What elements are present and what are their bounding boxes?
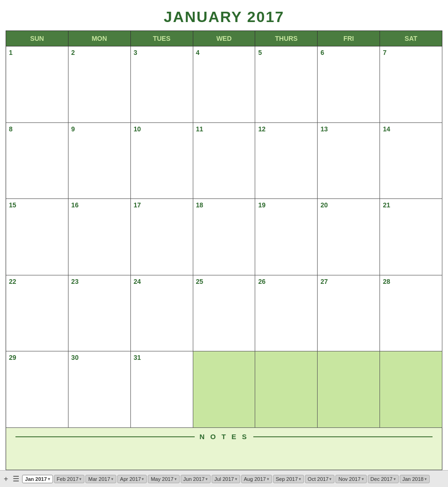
calendar-rows: 1234567891011121314151617181920212223242…: [6, 46, 442, 428]
tab-dropdown-arrow: ▾: [111, 477, 114, 481]
calendar-cell[interactable]: 26: [255, 275, 318, 352]
date-number: 20: [320, 201, 328, 209]
calendar-cell[interactable]: 9: [68, 123, 131, 199]
date-number: 1: [9, 49, 13, 56]
calendar-cell[interactable]: [318, 351, 380, 428]
calendar-cell[interactable]: 24: [131, 275, 193, 352]
tab-nov-2017[interactable]: Nov 2017▾: [335, 475, 366, 483]
menu-button[interactable]: ☰: [11, 473, 21, 484]
date-number: 11: [196, 125, 204, 133]
week-row-3: 15161718192021: [6, 199, 442, 275]
calendar-wrapper: JANUARY 2017 SUNMONTUESWEDTHURSFRISAT 12…: [0, 0, 448, 470]
calendar-cell[interactable]: 2: [68, 46, 131, 123]
calendar-cell[interactable]: 29: [6, 351, 68, 428]
week-row-1: 1234567: [6, 46, 442, 123]
tab-dropdown-arrow: ▾: [329, 477, 332, 481]
date-number: 7: [383, 49, 387, 56]
tab-jan-2017[interactable]: Jan 2017▾: [22, 475, 53, 483]
calendar-cell[interactable]: 14: [380, 123, 442, 199]
date-number: 31: [134, 354, 141, 361]
tab-dropdown-arrow: ▾: [425, 477, 427, 481]
date-number: 2: [71, 49, 75, 56]
calendar-cell[interactable]: 16: [68, 199, 131, 275]
notes-title-row: N O T E S: [15, 433, 433, 441]
tab-label: May 2017: [151, 476, 173, 482]
calendar-cell[interactable]: 7: [380, 46, 442, 123]
notes-label: N O T E S: [199, 433, 248, 441]
calendar-cell[interactable]: [255, 351, 318, 428]
notes-line-left: [15, 436, 195, 437]
calendar-cell[interactable]: 1: [6, 46, 68, 123]
calendar-cell[interactable]: 12: [255, 123, 318, 199]
calendar-cell[interactable]: 22: [6, 275, 68, 352]
calendar-cell[interactable]: 11: [193, 123, 256, 199]
day-header-wed: WED: [193, 31, 256, 46]
tab-mar-2017[interactable]: Mar 2017▾: [85, 475, 116, 483]
calendar-cell[interactable]: 10: [131, 123, 193, 199]
date-number: 27: [320, 278, 328, 285]
tab-label: Aug 2017: [244, 476, 266, 482]
tab-label: Jul 2017: [214, 476, 234, 482]
tab-label: Oct 2017: [308, 476, 329, 482]
notes-section: N O T E S: [6, 428, 442, 470]
calendar-cell[interactable]: 20: [318, 199, 380, 275]
tab-label: Jun 2017: [183, 476, 205, 482]
date-number: 17: [134, 201, 141, 209]
date-number: 16: [71, 201, 79, 209]
tab-may-2017[interactable]: May 2017▾: [148, 475, 179, 483]
tabs-bar: + ☰ Jan 2017▾Feb 2017▾Mar 2017▾Apr 2017▾…: [0, 470, 448, 487]
tab-dropdown-arrow: ▾: [79, 477, 82, 481]
date-number: 26: [258, 278, 266, 285]
tab-label: Mar 2017: [88, 476, 110, 482]
tab-label: Feb 2017: [57, 476, 78, 482]
calendar-cell[interactable]: 15: [6, 199, 68, 275]
tab-label: Dec 2017: [371, 476, 393, 482]
tab-feb-2017[interactable]: Feb 2017▾: [54, 475, 84, 483]
add-button[interactable]: +: [2, 474, 10, 484]
calendar-cell[interactable]: 30: [68, 351, 131, 428]
day-header-tues: TUES: [131, 31, 193, 46]
tab-apr-2017[interactable]: Apr 2017▾: [117, 475, 147, 483]
date-number: 8: [9, 125, 13, 133]
date-number: 23: [71, 278, 79, 285]
calendar-cell[interactable]: 21: [380, 199, 442, 275]
calendar-cell[interactable]: 13: [318, 123, 380, 199]
tab-dropdown-arrow: ▾: [235, 477, 237, 481]
tab-dec-2017[interactable]: Dec 2017▾: [368, 475, 399, 483]
calendar-cell[interactable]: 23: [68, 275, 131, 352]
calendar-cell[interactable]: 5: [255, 46, 318, 123]
tab-sep-2017[interactable]: Sep 2017▾: [273, 475, 304, 483]
tab-label: Apr 2017: [120, 476, 141, 482]
date-number: 4: [196, 49, 200, 56]
tab-label: Nov 2017: [338, 476, 360, 482]
calendar-cell[interactable]: 8: [6, 123, 68, 199]
calendar-cell[interactable]: 18: [193, 199, 256, 275]
tab-jul-2017[interactable]: Jul 2017▾: [212, 475, 240, 483]
calendar-cell[interactable]: 31: [131, 351, 193, 428]
date-number: 12: [258, 125, 266, 133]
week-row-2: 891011121314: [6, 123, 442, 199]
calendar-cell[interactable]: 4: [193, 46, 256, 123]
date-number: 30: [71, 354, 79, 361]
tab-jun-2017[interactable]: Jun 2017▾: [181, 475, 211, 483]
calendar-cell[interactable]: 28: [380, 275, 442, 352]
tab-dropdown-arrow: ▾: [175, 477, 177, 481]
date-number: 28: [383, 278, 390, 285]
calendar-cell[interactable]: [380, 351, 442, 428]
calendar-cell[interactable]: [193, 351, 256, 428]
calendar-cell[interactable]: 6: [318, 46, 380, 123]
date-number: 29: [9, 354, 16, 361]
calendar-cell[interactable]: 17: [131, 199, 193, 275]
day-header-mon: MON: [68, 31, 131, 46]
tab-jan-2018[interactable]: Jan 2018▾: [400, 475, 430, 483]
tab-label: Jan 2017: [25, 476, 46, 482]
calendar-cell[interactable]: 25: [193, 275, 256, 352]
calendar-cell[interactable]: 27: [318, 275, 380, 352]
calendar-cell[interactable]: 3: [131, 46, 193, 123]
day-header-sun: SUN: [6, 31, 68, 46]
tab-oct-2017[interactable]: Oct 2017▾: [305, 475, 335, 483]
calendar-cell[interactable]: 19: [255, 199, 318, 275]
tab-aug-2017[interactable]: Aug 2017▾: [241, 475, 272, 483]
day-header-fri: FRI: [318, 31, 380, 46]
date-number: 19: [258, 201, 266, 209]
